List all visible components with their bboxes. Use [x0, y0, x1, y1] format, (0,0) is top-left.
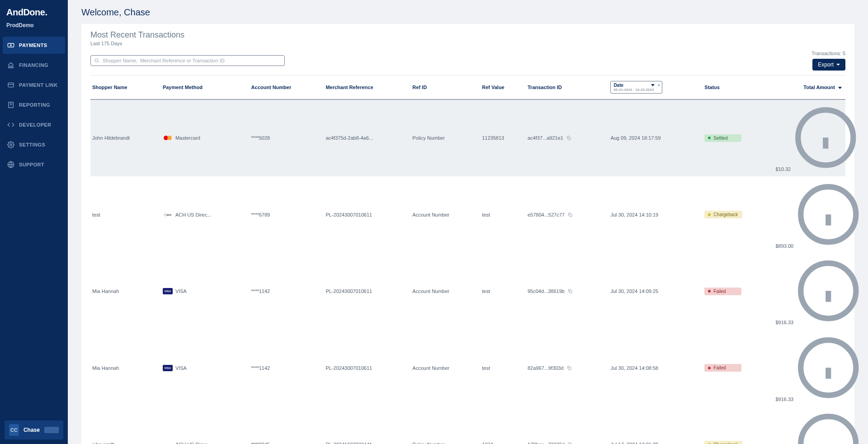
close-icon[interactable]: × — [658, 83, 660, 88]
cell-status: Chargeback — [703, 406, 774, 444]
cell-account: ****1142 — [250, 330, 324, 406]
status-badge: Failed — [704, 288, 741, 295]
cell-ref-value: test — [480, 330, 526, 406]
table-row[interactable]: test⬚achACH US Direc...****6789PL-202430… — [90, 176, 845, 253]
sidebar-item-financing[interactable]: FINANCING — [3, 57, 65, 74]
cell-method: ⬚achACH US Direc... — [161, 406, 250, 444]
col-ref-id[interactable]: Ref ID — [410, 76, 480, 99]
sidebar-item-payments[interactable]: PAYMENTS — [3, 37, 65, 54]
copy-icon[interactable] — [566, 365, 572, 371]
sidebar-item-label: DEVELOPER — [19, 122, 51, 128]
info-icon[interactable] — [793, 166, 859, 172]
chevron-down-icon — [651, 84, 655, 86]
col-method[interactable]: Payment Method — [161, 76, 250, 99]
cell-method: VISAVISA — [161, 330, 250, 406]
col-shopper[interactable]: Shopper Name — [90, 76, 161, 99]
cell-account: ****6789 — [250, 176, 324, 253]
txid-text: 178bac...72239d — [528, 442, 565, 444]
cell-account: ****1142 — [250, 253, 324, 330]
sidebar-item-settings[interactable]: SETTINGS — [3, 136, 65, 153]
txid-text: ac4f37...a921e1 — [528, 135, 563, 141]
col-merchant-ref[interactable]: Merchant Reference — [324, 76, 410, 99]
col-status[interactable]: Status — [703, 76, 774, 99]
visa-icon: VISA — [163, 365, 173, 371]
cell-transaction-id: 82a967...9f303d — [526, 330, 609, 406]
sidebar-item-developer[interactable]: DEVELOPER — [3, 116, 65, 133]
svg-point-29 — [801, 416, 856, 444]
col-amount[interactable]: Total Amount — [774, 76, 845, 99]
sidebar-item-label: PAYMENTS — [19, 43, 47, 48]
svg-rect-12 — [568, 137, 571, 140]
search-wrapper — [90, 55, 285, 66]
mastercard-icon — [163, 135, 173, 141]
cell-amount: $916.33 — [774, 330, 845, 406]
status-dot-icon — [708, 290, 711, 293]
sidebar-item-label: REPORTING — [19, 102, 50, 108]
cell-merchant-ref: PL-20241607022441 — [324, 406, 410, 444]
search-input[interactable] — [90, 55, 285, 66]
cell-status: Failed — [703, 330, 774, 406]
col-ref-value[interactable]: Ref Value — [480, 76, 526, 99]
cell-method: ⬚achACH US Direc... — [161, 176, 250, 253]
copy-icon[interactable] — [566, 135, 571, 141]
cell-status: Chargeback — [703, 176, 774, 253]
sort-desc-icon — [838, 87, 842, 89]
info-icon[interactable] — [795, 320, 862, 325]
user-name: Chase — [24, 427, 40, 433]
sidebar-item-reporting[interactable]: REPORTING — [3, 96, 65, 113]
copy-icon[interactable] — [567, 212, 573, 217]
info-icon[interactable] — [795, 243, 862, 248]
paymentlink-icon — [7, 81, 14, 89]
table-row[interactable]: Mia HannahVISAVISA****1142PL-20243007010… — [90, 330, 845, 406]
cell-date: Jul 30, 2024 14:08:58 — [609, 330, 703, 406]
cell-merchant-ref: PL-20243007010611 — [324, 330, 410, 406]
reporting-icon — [7, 101, 14, 109]
org-name: ProdDemo — [0, 22, 68, 37]
col-date[interactable]: Date 05-01-2024 - 10-22-2024 × — [609, 76, 703, 99]
cell-shopper: Mia Hannah — [90, 253, 161, 330]
cell-account: ****2345 — [250, 406, 324, 444]
cell-ref-value: test — [480, 176, 526, 253]
transactions-table: Shopper Name Payment Method Account Numb… — [90, 76, 845, 444]
cell-date: Jul 30, 2024 14:09:25 — [609, 253, 703, 330]
status-badge: Chargeback — [704, 441, 742, 444]
sidebar-item-label: FINANCING — [19, 62, 48, 68]
cell-amount: $10.32 — [774, 99, 845, 176]
copy-icon[interactable] — [567, 288, 573, 294]
table-row[interactable]: Mia HannahVISAVISA****1142PL-20243007010… — [90, 253, 845, 330]
transactions-panel: Most Recent Transactions Last 175 Days T… — [81, 24, 854, 444]
status-dot-icon — [708, 367, 711, 369]
status-dot-icon — [708, 137, 711, 139]
developer-icon — [7, 121, 14, 128]
svg-rect-16 — [569, 214, 572, 217]
info-icon[interactable] — [795, 396, 862, 401]
user-avatar: CC — [9, 424, 19, 436]
cell-ref-id: Account Number — [410, 176, 480, 253]
visa-icon: VISA — [163, 288, 173, 294]
main-content: Welcome, Chase Most Recent Transactions … — [68, 0, 868, 444]
sidebar-item-support[interactable]: SUPPORT — [3, 156, 65, 173]
status-badge: Chargeback — [704, 211, 742, 218]
support-icon — [7, 161, 14, 168]
col-account[interactable]: Account Number — [250, 76, 324, 99]
col-transaction-id[interactable]: Transaction ID — [526, 76, 609, 99]
table-row[interactable]: John HildebrandtMastercard****5028ac4f37… — [90, 99, 845, 176]
cell-shopper: Mia Hannah — [90, 330, 161, 406]
export-label: Export — [818, 61, 834, 68]
col-amount-label: Total Amount — [803, 85, 835, 90]
sidebar-item-paymentlink[interactable]: PAYMENT LINK — [3, 76, 65, 94]
cell-transaction-id: 178bac...72239d — [526, 406, 609, 444]
date-filter-label: Date — [613, 83, 654, 88]
cell-date: Aug 09, 2024 18:17:59 — [609, 99, 703, 176]
method-label: ACH US Direc... — [175, 212, 211, 217]
status-badge: Settled — [704, 134, 741, 142]
cell-status: Settled — [703, 99, 774, 176]
txid-text: 82a967...9f303d — [528, 365, 564, 371]
copy-icon[interactable] — [567, 442, 573, 444]
user-chip[interactable]: CC Chase — [5, 420, 63, 439]
table-row[interactable]: john smith⬚achACH US Direc...****2345PL-… — [90, 406, 845, 444]
status-dot-icon — [708, 213, 711, 216]
export-button[interactable]: Export — [812, 59, 845, 71]
svg-point-1 — [10, 45, 12, 46]
date-filter[interactable]: Date 05-01-2024 - 10-22-2024 × — [610, 81, 662, 94]
